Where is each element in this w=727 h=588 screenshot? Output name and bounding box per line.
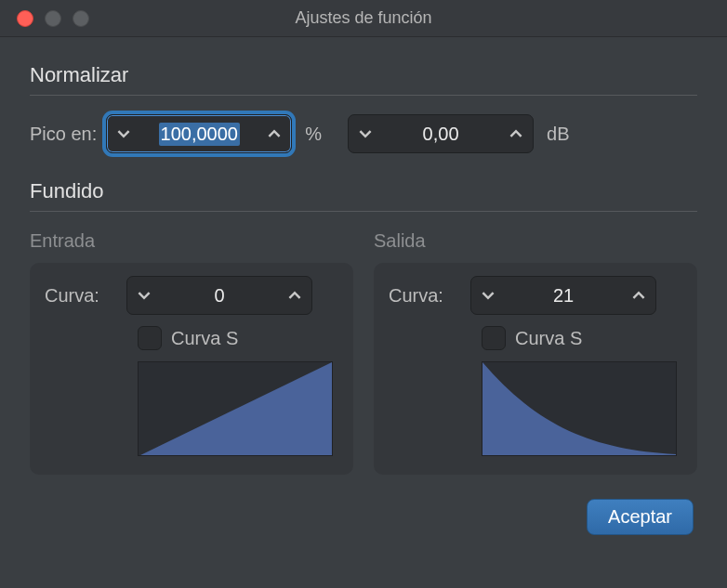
divider (30, 95, 697, 96)
fade-in-curve-stepper[interactable]: 0 (126, 276, 312, 315)
traffic-lights (17, 10, 89, 27)
normalize-header: Normalizar (30, 63, 697, 87)
fade-out-curve-label: Curva: (389, 285, 461, 307)
db-unit: dB (547, 124, 569, 145)
minimize-window-button[interactable] (45, 10, 61, 27)
zoom-window-button[interactable] (73, 10, 89, 27)
peak-db-decrement[interactable] (349, 115, 382, 152)
normalize-row: Pico en: 100,0000 % 0,00 dB (30, 114, 697, 153)
fade-in-title: Entrada (30, 230, 353, 252)
fade-in-curve-shape (139, 362, 332, 456)
close-window-button[interactable] (17, 10, 33, 27)
chevron-up-icon (509, 127, 522, 140)
fade-in-curve-decrement[interactable] (127, 277, 161, 314)
peak-percent-decrement[interactable] (107, 115, 140, 152)
fade-in-curve-label: Curva: (45, 285, 117, 307)
window-title: Ajustes de función (0, 8, 727, 28)
chevron-down-icon (138, 289, 151, 302)
titlebar: Ajustes de función (0, 0, 727, 37)
fade-out-curve-stepper[interactable]: 21 (470, 276, 656, 315)
peak-label: Pico en: (30, 124, 97, 145)
fade-in-curve-row: Curva: 0 (45, 276, 338, 315)
fade-in-scurve-row: Curva S (138, 326, 338, 350)
fade-out-scurve-row: Curva S (482, 326, 682, 350)
fade-in-scurve-checkbox[interactable] (138, 326, 162, 350)
fade-header: Fundido (30, 179, 697, 203)
fade-in-curve-preview-wrap (138, 361, 338, 456)
chevron-up-icon (288, 289, 301, 302)
fade-out-panel: Curva: 21 Curva S (374, 263, 697, 475)
fade-out-curve-decrement[interactable] (471, 277, 505, 314)
fade-in-scurve-label: Curva S (171, 328, 238, 349)
fade-out-column: Salida Curva: 21 Cu (374, 230, 697, 475)
chevron-up-icon (632, 289, 645, 302)
fade-out-scurve-checkbox[interactable] (482, 326, 506, 350)
chevron-down-icon (482, 289, 495, 302)
accept-button[interactable]: Aceptar (587, 499, 694, 535)
window-content: Normalizar Pico en: 100,0000 % 0,00 dB F… (0, 37, 727, 554)
footer: Aceptar (30, 499, 697, 535)
fade-panels: Entrada Curva: 0 Cu (30, 230, 697, 475)
fade-in-panel: Curva: 0 Curva S (30, 263, 353, 475)
peak-db-increment[interactable] (499, 115, 533, 152)
fade-out-title: Salida (374, 230, 697, 252)
peak-percent-value[interactable]: 100,0000 (140, 123, 258, 146)
fade-out-curve-preview (482, 361, 677, 456)
fade-in-curve-value[interactable]: 0 (161, 285, 278, 307)
fade-out-curve-value[interactable]: 21 (505, 285, 622, 307)
fade-in-curve-preview (138, 361, 333, 456)
divider (30, 211, 697, 212)
fade-out-curve-preview-wrap (482, 361, 682, 456)
chevron-down-icon (359, 127, 372, 140)
peak-percent-stepper[interactable]: 100,0000 (106, 114, 292, 153)
fade-in-curve-increment[interactable] (278, 277, 311, 314)
fade-out-curve-row: Curva: 21 (389, 276, 682, 315)
peak-db-value[interactable]: 0,00 (382, 124, 499, 145)
fade-out-curve-increment[interactable] (622, 277, 655, 314)
chevron-down-icon (117, 127, 130, 140)
fade-out-scurve-label: Curva S (515, 328, 582, 349)
peak-percent-increment[interactable] (258, 115, 291, 152)
fade-out-curve-shape (482, 362, 676, 456)
fade-in-column: Entrada Curva: 0 Cu (30, 230, 353, 475)
percent-unit: % (305, 124, 322, 145)
chevron-up-icon (268, 127, 281, 140)
peak-db-stepper[interactable]: 0,00 (348, 114, 534, 153)
